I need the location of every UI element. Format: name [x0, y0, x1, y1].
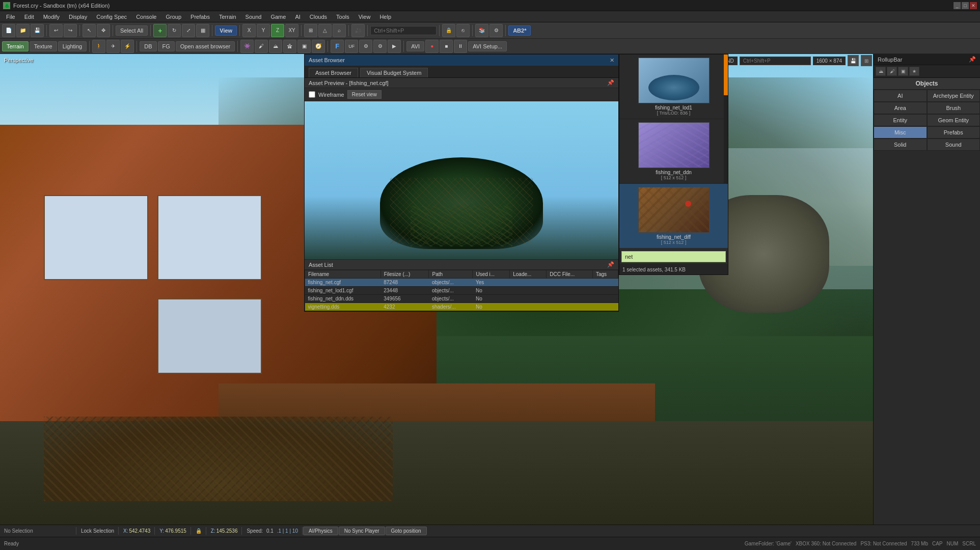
tab-asset-browser[interactable]: Asset Browser — [309, 68, 358, 77]
close-button[interactable]: ✕ — [970, 2, 977, 9]
snap-btn[interactable]: △ — [318, 24, 332, 37]
y-btn[interactable]: Y — [257, 24, 270, 37]
menu-view[interactable]: View — [355, 13, 375, 21]
menu-config-spec[interactable]: Config Spec — [92, 13, 131, 21]
rec-btn[interactable]: ● — [425, 40, 439, 53]
ab2-label[interactable]: AB2* — [508, 25, 531, 36]
table-row[interactable]: fishing_net_ddn.dds 349656 objects/... N… — [305, 295, 618, 303]
view-label[interactable]: View — [215, 25, 237, 36]
db-button[interactable]: DB — [140, 41, 156, 51]
terrain-button[interactable]: Terrain — [2, 41, 29, 51]
camera-btn[interactable]: 🎥 — [351, 24, 365, 37]
z-btn[interactable]: Z — [271, 24, 284, 37]
viewport-save-btn[interactable]: 💾 — [848, 55, 859, 66]
stop-btn[interactable]: ■ — [440, 40, 453, 53]
obj-btn-entity[interactable]: Entity — [874, 114, 927, 126]
avi-button[interactable]: AVI — [406, 41, 424, 51]
menu-ai[interactable]: AI — [291, 13, 304, 21]
nav-btn[interactable]: 🧭 — [312, 40, 325, 53]
add-obj-btn[interactable]: + — [153, 24, 167, 37]
move-btn[interactable]: ✥ — [97, 24, 110, 37]
obj-btn-prefabs[interactable]: Prefabs — [927, 126, 981, 139]
obj-btn-sound[interactable]: Sound — [927, 139, 981, 151]
menu-file[interactable]: File — [2, 13, 19, 21]
menu-terrain[interactable]: Terrain — [215, 13, 240, 21]
new-btn[interactable]: 📄 — [2, 24, 15, 37]
menu-prefabs[interactable]: Prefabs — [186, 13, 214, 21]
walk-btn[interactable]: 🚶 — [92, 40, 105, 53]
rotate-btn[interactable]: ↻ — [168, 24, 181, 37]
reset-view-button[interactable]: Reset view — [347, 90, 382, 99]
maximize-button[interactable]: □ — [962, 2, 969, 9]
thumb-ddn[interactable]: fishing_net_ddn [ 512 x 512 ] — [619, 119, 728, 184]
open-btn[interactable]: 📁 — [16, 24, 30, 37]
obj-btn-misc[interactable]: Misc — [874, 126, 927, 139]
minimize-button[interactable]: _ — [954, 2, 961, 9]
search-input[interactable] — [370, 26, 437, 35]
fly-btn[interactable]: ✈ — [106, 40, 120, 53]
menu-edit[interactable]: Edit — [20, 13, 38, 21]
asset-browser-close[interactable]: ✕ — [610, 57, 614, 64]
table-row[interactable]: fishing_net_lod1.cgf 23448 objects/... N… — [305, 287, 618, 295]
scale-btn[interactable]: ⤢ — [182, 24, 195, 37]
redo-btn[interactable]: ↪ — [64, 24, 77, 37]
asset-preview-viewport[interactable] — [305, 101, 618, 259]
tab-visual-budget[interactable]: Visual Budget System — [360, 68, 428, 77]
menu-clouds[interactable]: Clouds — [306, 13, 331, 21]
thumb-diff[interactable]: fishing_net_diff [ 512 x 512 ] — [619, 184, 728, 249]
obj-btn-solid[interactable]: Solid — [874, 139, 927, 151]
terrain3-btn[interactable]: ⛰ — [269, 40, 282, 53]
f-btn[interactable]: F — [331, 40, 344, 53]
menu-help[interactable]: Help — [375, 13, 395, 21]
player-btn[interactable]: ▶ — [388, 40, 401, 53]
rp-icon-terrain[interactable]: ⛰ — [876, 67, 886, 76]
xy-btn[interactable]: XY — [285, 24, 298, 37]
table-row[interactable]: fishing_net.cgf 87248 objects/... Yes — [305, 279, 618, 287]
entity-btn[interactable]: 👾 — [240, 40, 254, 53]
pause-btn[interactable]: ⏸ — [454, 40, 467, 53]
gear3-btn[interactable]: ⚙ — [373, 40, 387, 53]
viewport-settings-btn[interactable]: ⊞ — [861, 55, 872, 66]
menu-game[interactable]: Game — [266, 13, 290, 21]
menu-modify[interactable]: Modify — [39, 13, 64, 21]
obj-btn-archetype-entity[interactable]: Archetype Entity — [927, 90, 981, 102]
menu-console[interactable]: Console — [132, 13, 160, 21]
avi-setup-button[interactable]: AVI Setup... — [468, 41, 507, 51]
select-all-button[interactable]: Select All — [116, 25, 148, 36]
align-btn[interactable]: ▦ — [196, 24, 209, 37]
open-asset-button[interactable]: Open asset browser — [176, 41, 235, 51]
thumb-search-input[interactable] — [621, 251, 726, 262]
obj-btn-area[interactable]: Area — [874, 102, 927, 114]
menu-tools[interactable]: Tools — [332, 13, 353, 21]
obj-btn-geom-entity[interactable]: Geom Entity — [927, 114, 981, 126]
lighting-button[interactable]: Lighting — [58, 41, 87, 51]
angle-btn[interactable]: ⌕ — [333, 24, 346, 37]
menu-group[interactable]: Group — [161, 13, 185, 21]
no-sync-player-button[interactable]: No Sync Player — [339, 527, 385, 535]
thumb-lod1[interactable]: fishing_net_lod1 [ Tris/LOD: 836 ] — [619, 54, 728, 119]
fg-button[interactable]: FG — [158, 41, 175, 51]
select-btn[interactable]: ↖ — [83, 24, 96, 37]
obj-btn-brush[interactable]: Brush — [927, 102, 981, 114]
menu-sound[interactable]: Sound — [241, 13, 266, 21]
settings-btn[interactable]: ⚙ — [489, 24, 503, 37]
goto-position-button[interactable]: Goto position — [386, 527, 427, 535]
grid-btn[interactable]: ⊞ — [304, 24, 317, 37]
filter-input[interactable] — [740, 57, 811, 65]
export-btn[interactable]: ⎋ — [456, 24, 470, 37]
brush-btn[interactable]: 🖌 — [255, 40, 268, 53]
area-btn[interactable]: ▣ — [297, 40, 311, 53]
undo-btn[interactable]: ↩ — [49, 24, 63, 37]
pin-icon[interactable]: 📌 — [607, 79, 614, 86]
texture-button[interactable]: Texture — [30, 41, 57, 51]
rp-icon-entity[interactable]: ▣ — [898, 67, 908, 76]
ai-physics-button[interactable]: AI/Physics — [303, 527, 338, 535]
wireframe-checkbox[interactable] — [309, 91, 315, 98]
rollupbar-pin[interactable]: 📌 — [969, 56, 976, 63]
asset-list-pin[interactable]: 📌 — [607, 261, 614, 268]
rp-icon-brush[interactable]: 🖌 — [887, 67, 897, 76]
gear2-btn[interactable]: ⚙ — [359, 40, 372, 53]
layers-btn[interactable]: 📚 — [475, 24, 488, 37]
obj-btn-ai[interactable]: AI — [874, 90, 927, 102]
lock-btn[interactable]: 🔒 — [442, 24, 455, 37]
